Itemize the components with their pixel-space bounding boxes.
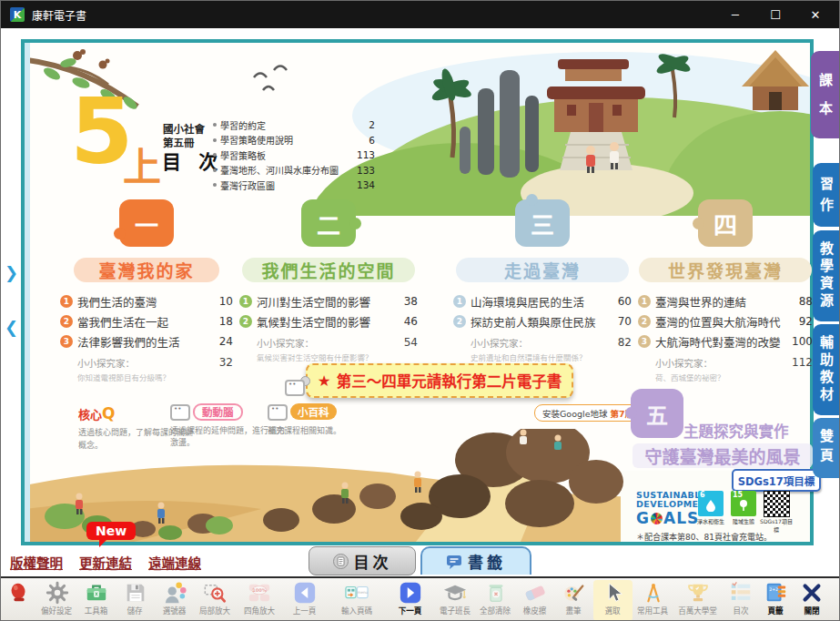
- bookmark-tab-button[interactable]: 書籤: [420, 546, 531, 575]
- unit-5-subtitle: 守護臺灣最美的風景: [633, 443, 813, 468]
- side-tab-teaching-resources[interactable]: 教學資源: [813, 230, 839, 321]
- toc-entry[interactable]: 臺灣地形、河川與水庫分布圖133: [213, 163, 375, 178]
- side-tab-textbook[interactable]: 課本: [811, 51, 839, 138]
- footer-links: 版權聲明 更新連結 遠端連線: [10, 553, 201, 572]
- explorer-note[interactable]: 小小探究家：82 史前遺址和自然環境有什麼關係？: [453, 336, 632, 362]
- tool-quiz-game[interactable]: 百萬大學堂: [673, 580, 723, 621]
- tool-close[interactable]: 關閉: [792, 580, 832, 621]
- tool-next-page[interactable]: 下一頁: [387, 580, 434, 621]
- side-tab-supplementary-materials[interactable]: 輔助教材: [813, 324, 839, 415]
- toc-entry[interactable]: 學習的約定2: [213, 117, 375, 133]
- toc-entry[interactable]: 學習策略使用說明6: [213, 133, 375, 148]
- maximize-button[interactable]: ☐: [755, 1, 795, 28]
- toc-entry[interactable]: 2氣候對生活空間的影響46: [239, 311, 418, 331]
- toc-entry[interactable]: 1山海環境與居民的生活60: [453, 291, 632, 311]
- tool-preferences[interactable]: 偏好設定: [37, 580, 76, 621]
- toc-entry[interactable]: 3大航海時代對臺灣的改變100: [638, 331, 813, 351]
- bullet-icon: [213, 153, 217, 157]
- robot-icon: [170, 404, 190, 421]
- remote-connection-link[interactable]: 遠端連線: [148, 553, 201, 572]
- tool-prev-page[interactable]: 上一頁: [283, 580, 327, 621]
- item-number-badge: 3: [638, 335, 651, 348]
- tool-common-tools[interactable]: 常用工具: [633, 580, 673, 621]
- unit-4-column: 四 世界發現臺灣 1臺灣與世界的連結88 2臺灣的位置與大航海時代92 3大航海…: [638, 199, 813, 382]
- qr-code: [764, 491, 790, 517]
- bullet-icon: [213, 138, 217, 142]
- toc-entry[interactable]: 3法律影響我們的生活24: [60, 331, 233, 351]
- toc-entry[interactable]: 1臺灣與世界的連結88: [638, 291, 813, 311]
- item-number-badge: 2: [239, 315, 252, 328]
- app-logo-icon: K: [10, 7, 25, 22]
- item-number-badge: 1: [638, 295, 651, 308]
- magnifier-plus-icon: [203, 581, 227, 605]
- bullet-icon: [213, 168, 217, 172]
- gear-icon: [46, 581, 69, 605]
- minimize-button[interactable]: ─: [715, 1, 755, 28]
- toc-entry[interactable]: 學習策略板113: [213, 148, 375, 163]
- new-badge: New: [86, 522, 136, 540]
- bookmark-bubble-icon: [446, 555, 462, 569]
- side-tab-workbook[interactable]: 習作: [813, 163, 839, 227]
- unit-4-title: 世界發現臺灣: [639, 258, 812, 282]
- robot-icon: [268, 404, 288, 421]
- toc-entry[interactable]: 2臺灣的位置與大航海時代92: [638, 311, 813, 331]
- svg-text:2+2: 2+2: [769, 587, 778, 592]
- number-picker-icon: [163, 581, 187, 605]
- tool-zoom-corners[interactable]: 100% 四角放大: [236, 580, 283, 621]
- red-stamp-icon: [7, 581, 31, 605]
- tool-toc[interactable]: 目次: [723, 580, 759, 621]
- grade-semester: 上: [123, 136, 161, 191]
- next-page-arrow[interactable]: ❯: [5, 263, 18, 282]
- toc-entry[interactable]: 1河川對生活空間的影響38: [239, 291, 418, 311]
- sdgs-note: ＊配合課本第80、81頁社會充電站。: [636, 531, 772, 543]
- unit-4-puzzle-icon: 四: [698, 199, 753, 247]
- paint-brush-icon: [562, 581, 586, 605]
- item-number-badge: 1: [453, 295, 466, 308]
- graduation-cap-icon: [443, 581, 467, 605]
- tool-page-input[interactable]: menu 輸入頁碼: [327, 580, 387, 621]
- sdg-wheel-icon: [651, 513, 663, 524]
- tool-e-class-leader[interactable]: 電子班長: [434, 580, 476, 621]
- compass-icon: [642, 581, 665, 605]
- unit-1-title: 臺灣我的家: [74, 258, 219, 282]
- water-drop-icon: [705, 499, 716, 512]
- explorer-note[interactable]: 小小探究家：32 你知道電視節目有分級嗎？: [60, 356, 233, 382]
- tool-brush[interactable]: 畫筆: [554, 580, 593, 621]
- item-number-badge: 1: [239, 295, 252, 308]
- explorer-note[interactable]: 小小探究家：112 荷、西城堡的祕密？: [638, 356, 813, 382]
- update-links-link[interactable]: 更新連結: [79, 553, 132, 572]
- tool-select[interactable]: 選取: [593, 580, 633, 621]
- toc-entry[interactable]: 2當我們生活在一起18: [60, 311, 233, 331]
- tool-page-tabs[interactable]: 2+2 頁籤: [759, 580, 792, 621]
- prev-page-arrow[interactable]: ❮: [5, 318, 18, 337]
- tool-clear-all[interactable]: 全部清除: [476, 580, 515, 621]
- toc-entry[interactable]: 1我們生活的臺灣10: [60, 291, 233, 311]
- trash-bin-icon: [484, 581, 508, 605]
- tool-toolbox[interactable]: 工具箱: [76, 580, 116, 621]
- eraser-icon: [523, 581, 547, 605]
- bullet-icon: [213, 183, 217, 187]
- tool-eraser[interactable]: 橡皮擦: [515, 580, 554, 621]
- copyright-link[interactable]: 版權聲明: [10, 553, 63, 572]
- tool-save[interactable]: 儲存: [116, 580, 155, 621]
- front-matter-list: 學習的約定2 學習策略使用說明6 學習策略板113 臺灣地形、河川與水庫分布圖1…: [213, 117, 375, 193]
- page-number-input-icon: menu: [345, 581, 369, 605]
- next-page-icon: [399, 581, 422, 605]
- book-page: 5 上 國小社會 第五冊 目 次 學習的約定2 學習策略使用說明6 學習策略板1…: [21, 39, 814, 545]
- tool-zoom-region[interactable]: 局部放大: [194, 580, 236, 621]
- notice-banner: ★ 第三～四單元請執行第二片電子書: [306, 363, 573, 398]
- toc-entry[interactable]: 2探訪史前人類與原住民族70: [453, 311, 632, 331]
- toc-entry[interactable]: 臺灣行政區圖134: [213, 178, 375, 193]
- tool-stamp[interactable]: [1, 580, 37, 621]
- close-x-icon: [800, 581, 824, 605]
- bottom-toolbar: 偏好設定 工具箱 儲存 選號器 局部放大 100% 四角放大 上一頁 menu …: [1, 576, 840, 621]
- item-number-badge: 2: [60, 315, 73, 328]
- robot-icon: [285, 380, 305, 396]
- side-tab-double-page[interactable]: 雙頁: [813, 418, 839, 478]
- svg-text:menu: menu: [357, 590, 368, 595]
- toc-tab-button[interactable]: 目次: [309, 546, 416, 575]
- close-button[interactable]: ✕: [795, 1, 835, 28]
- sdgs-goals-button[interactable]: SDGs17項目標: [732, 469, 821, 492]
- explorer-note[interactable]: 小小探究家：54 氣候災害對生活空間有什麼影響？: [239, 336, 418, 362]
- tool-number-picker[interactable]: 選號器: [155, 580, 194, 621]
